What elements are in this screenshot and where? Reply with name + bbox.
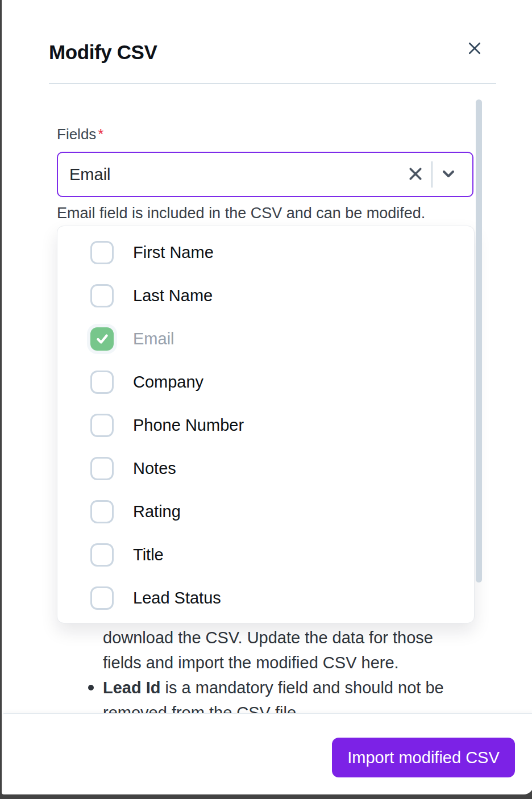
fields-label: Fields* [57,126,103,143]
import-modified-csv-button[interactable]: Import modified CSV [332,738,515,777]
page-title: Modify CSV [49,41,157,64]
option-notes[interactable]: Notes [57,447,474,490]
option-label: Notes [133,459,176,478]
option-label: Rating [133,502,181,521]
option-label: First Name [133,243,214,262]
required-asterisk: * [98,126,103,143]
dropdown-toggle-button[interactable] [433,159,464,190]
option-title[interactable]: Title [57,533,474,576]
option-phone-number[interactable]: Phone Number [57,403,474,447]
clear-selection-button[interactable] [400,159,431,190]
option-label: Phone Number [133,416,244,435]
option-rating[interactable]: Rating [57,490,474,533]
instructions-bullet-line: Lead Id is a mandatory field and should … [103,675,478,700]
option-label: Last Name [133,286,213,305]
modify-csv-modal: Modify CSV Fields* Email [2,0,532,794]
lead-id-bold-text: Lead Id [103,679,161,697]
option-label: Title [133,546,164,564]
scrollbar-thumb[interactable] [476,99,482,582]
checkbox[interactable] [90,586,114,610]
screen: Modify CSV Fields* Email [0,0,532,799]
instructions-text: download the CSV. Update the data for th… [103,625,478,725]
checkbox[interactable] [90,543,114,567]
option-company[interactable]: Company [57,360,474,403]
checkbox[interactable] [90,371,114,394]
fields-dropdown-panel: First Name Last Name Email Company Phone… [57,226,475,623]
field-helper-text: Email field is included in the CSV and c… [57,205,425,222]
option-first-name[interactable]: First Name [57,231,474,274]
bullet-dot [88,685,94,690]
checkbox[interactable] [90,500,114,523]
fields-select-value: Email [69,165,400,184]
checkbox[interactable] [90,414,114,437]
header-divider [49,83,496,84]
option-last-name[interactable]: Last Name [57,274,474,317]
checkbox[interactable] [90,241,114,264]
check-icon [95,331,110,346]
modal-footer: Import modified CSV [3,713,532,794]
clear-x-icon [407,165,424,184]
instructions-line: download the CSV. Update the data for th… [103,625,478,650]
fields-select[interactable]: Email [57,152,473,197]
option-email[interactable]: Email [57,317,474,360]
chevron-down-icon [439,165,458,185]
fields-label-text: Fields [57,126,96,143]
checkbox[interactable] [90,457,114,480]
bullet-rest-text: is a mandatory field and should not be [161,679,444,697]
option-label: Company [133,373,203,392]
close-button[interactable] [462,36,487,61]
instructions-line: fields and import the modified CSV here. [103,650,478,675]
option-lead-status[interactable]: Lead Status [57,576,474,619]
option-label: Lead Status [133,589,221,607]
checkbox[interactable] [90,327,114,351]
close-icon [466,40,483,59]
checkbox[interactable] [90,284,114,307]
option-label: Email [133,330,174,348]
